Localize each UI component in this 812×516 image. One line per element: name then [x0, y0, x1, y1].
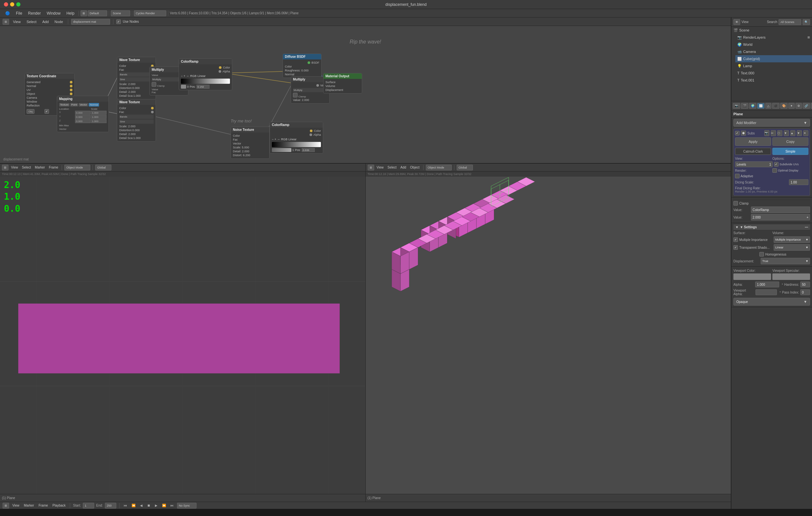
map-scale-z[interactable]: 1.000: [91, 119, 107, 123]
displacement-value[interactable]: True ▼: [761, 258, 810, 264]
menu-help[interactable]: Help: [64, 10, 77, 16]
sub-edit-btn[interactable]: ✏: [771, 130, 776, 136]
vp-right-global[interactable]: Global: [457, 164, 473, 171]
homogeneous-checkbox[interactable]: [759, 252, 764, 256]
mapping-texture[interactable]: Texture: [59, 103, 69, 107]
map-loc-x[interactable]: 0.000: [75, 111, 91, 115]
hardness-value[interactable]: 50: [800, 281, 810, 287]
pass-index-value[interactable]: 0: [800, 289, 810, 295]
menu-render[interactable]: Render: [25, 10, 43, 16]
props-constraint-btn[interactable]: 🔗: [803, 103, 810, 109]
mult1-clamp[interactable]: [152, 82, 156, 87]
copy-button[interactable]: Copy: [772, 138, 808, 146]
menu-file[interactable]: File: [13, 10, 25, 16]
play-prev-frame[interactable]: ⏪: [130, 504, 137, 507]
sub-icon[interactable]: ⬢: [741, 130, 746, 136]
specular-color-swatch[interactable]: [772, 273, 810, 280]
engine-select[interactable]: Cycles Render: [134, 10, 166, 16]
node-colorramp1[interactable]: ColorRamp Color Alpha − + ↔ RGB: [179, 58, 232, 90]
layout-btn[interactable]: ⊞: [81, 10, 87, 16]
ne-node[interactable]: Node: [53, 20, 65, 24]
outliner-item-camera[interactable]: 📹 Camera: [735, 48, 812, 55]
value-colorramp-field[interactable]: ColorRamp: [751, 207, 810, 213]
menu-blender[interactable]: 🔵: [3, 10, 13, 16]
search-icon-btn[interactable]: 🔍: [803, 19, 810, 25]
vp-right-view[interactable]: View: [375, 165, 385, 169]
sub-expand-btn[interactable]: ▼: [784, 130, 789, 136]
vp-right-content[interactable]: [366, 177, 731, 494]
adaptive-checkbox[interactable]: [735, 174, 740, 178]
apply-button[interactable]: Apply: [735, 138, 771, 146]
cr2-plus[interactable]: +: [274, 138, 276, 141]
outliner-item-scene[interactable]: 🎬 Scene: [731, 27, 812, 34]
cr1-linear[interactable]: Linear: [198, 74, 206, 78]
ne-select[interactable]: Select: [25, 20, 39, 24]
vp-right-select[interactable]: Select: [386, 165, 398, 169]
mapping-vector[interactable]: Vector: [79, 103, 88, 107]
opaque-dropdown[interactable]: Opaque ▼: [733, 298, 810, 306]
mapping-point[interactable]: Point: [70, 103, 78, 107]
sub-close-btn[interactable]: ✕: [803, 130, 808, 136]
props-render-btn[interactable]: 📷: [733, 103, 740, 109]
subdivide-uvs-checkbox[interactable]: [774, 162, 779, 166]
settings-title[interactable]: ▼ ▼ Settings —: [733, 224, 810, 230]
timeline-view[interactable]: View: [11, 504, 21, 507]
outliner-item-text000[interactable]: T Text.000: [735, 69, 812, 77]
ts-checkbox[interactable]: [733, 245, 738, 250]
add-modifier-btn[interactable]: Add Modifier ▼: [733, 119, 810, 127]
window-controls[interactable]: [4, 2, 21, 6]
props-modifier-btn[interactable]: 🔧: [811, 103, 812, 109]
vp-right-object[interactable]: Object: [409, 165, 421, 169]
cr2-linear[interactable]: Linear: [288, 138, 296, 141]
node-material-output[interactable]: Material Output Surface Volume Displacem…: [323, 73, 362, 93]
play-fwd[interactable]: ▶: [154, 504, 159, 507]
cr1-plus[interactable]: +: [183, 74, 185, 78]
sync-mode[interactable]: No Sync: [177, 503, 197, 509]
node-wave-texture2[interactable]: Wave Texture Color Fac Bands Sine Scale:…: [117, 99, 156, 142]
vp-right-mode[interactable]: Object Mode: [426, 164, 452, 171]
tc-obj-field[interactable]: Obj: [27, 109, 34, 114]
props-world-btn[interactable]: 🌍: [749, 103, 756, 109]
sub-up-btn[interactable]: ▲: [790, 130, 795, 136]
timeline-icon[interactable]: ⊞: [3, 503, 9, 509]
vp-right-add[interactable]: Add: [399, 165, 408, 169]
props-scene-btn[interactable]: 🎬: [741, 103, 748, 109]
linear-dropdown[interactable]: Linear ▼: [774, 244, 810, 251]
end-value[interactable]: 250: [105, 503, 116, 509]
sub-cage-btn[interactable]: ⬡: [777, 130, 782, 136]
cr1-pos-value[interactable]: 0.152: [197, 85, 209, 89]
cr1-minus[interactable]: −: [181, 74, 182, 78]
cr2-color-stop[interactable]: [272, 148, 291, 152]
ne-add[interactable]: Add: [40, 20, 51, 24]
props-tex-btn[interactable]: 🎨: [780, 103, 788, 109]
node-colorramp2[interactable]: ColorRamp Color Alpha − + ↔ RGB: [269, 122, 323, 154]
start-value[interactable]: 1: [83, 503, 94, 509]
vp-left-select[interactable]: Select: [21, 165, 32, 169]
dicing-scale-value[interactable]: 1.00: [789, 179, 808, 185]
scene-btn[interactable]: Scene: [111, 10, 130, 16]
volume-multiple-importance[interactable]: Multiple Importance ▼: [774, 236, 810, 243]
wt1-bands[interactable]: Bands: [119, 72, 154, 77]
levels-value[interactable]: Levels 1: [735, 161, 773, 167]
map-scale-x[interactable]: 1.000: [91, 111, 107, 115]
node-noise-texture[interactable]: Noise Texture Color Fac Vector Scale: 5.…: [231, 127, 269, 159]
use-nodes-checkbox[interactable]: [116, 20, 121, 24]
timeline-playback[interactable]: Playback: [51, 504, 67, 507]
mult2-type[interactable]: Multiply: [293, 88, 327, 92]
play-prev[interactable]: ◀: [139, 504, 144, 507]
props-phys-btn[interactable]: ⚙: [795, 103, 802, 109]
props-mat-btn[interactable]: ⚫: [772, 103, 780, 109]
mapping-normal[interactable]: Normal: [89, 103, 99, 107]
sub-enabled[interactable]: [735, 131, 740, 135]
outliner-item-world[interactable]: 🌍 World: [735, 41, 812, 48]
all-scenes-btn[interactable]: All Scenes: [779, 19, 801, 25]
wt2-sine[interactable]: Sine: [119, 120, 154, 124]
mult2-clamp[interactable]: [293, 93, 297, 97]
vp-left-mode[interactable]: Object Mode: [64, 164, 90, 171]
sub-render-btn[interactable]: 📷: [764, 130, 770, 136]
tc-from-dupli[interactable]: [45, 109, 49, 114]
play-start[interactable]: ⏮: [122, 504, 128, 507]
play-end[interactable]: ⏭: [169, 504, 175, 507]
outliner-item-lamp[interactable]: 💡 Lamp: [735, 62, 812, 69]
cr1-color-stop[interactable]: [181, 85, 186, 89]
